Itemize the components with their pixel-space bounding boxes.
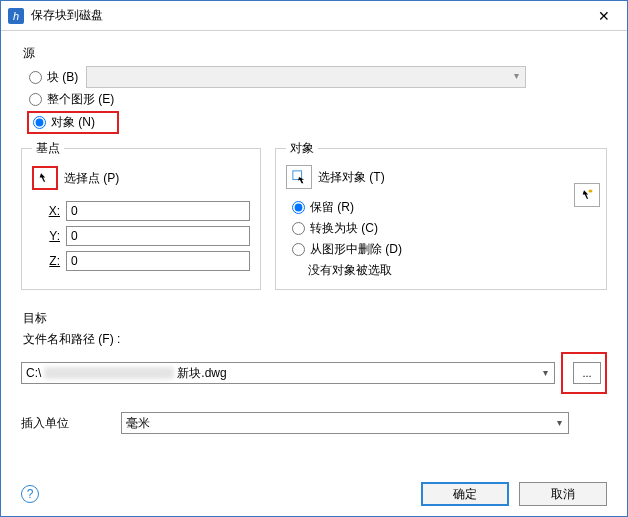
target-label: 目标 (23, 310, 607, 327)
radio-block[interactable] (29, 71, 42, 84)
radio-convert-row[interactable]: 转换为块 (C) (290, 220, 596, 237)
x-row: X: (32, 201, 250, 221)
objects-fieldset: 对象 选择对象 (T) 保留 (R) 转换为块 (C) (275, 140, 607, 290)
browse-highlight: ... (561, 352, 607, 394)
path-suffix: 新块.dwg (177, 365, 226, 382)
pick-point-icon (37, 171, 51, 185)
units-value: 毫米 (126, 416, 150, 430)
target-section: 目标 文件名和路径 (F) : C:\新块.dwg ... 插入单位 毫米 (21, 310, 607, 434)
window-title: 保存块到磁盘 (31, 7, 103, 24)
source-group-label: 源 (23, 45, 607, 62)
radio-delete-row[interactable]: 从图形中删除 (D) (290, 241, 596, 258)
pick-point-button[interactable] (32, 166, 58, 190)
browse-button[interactable]: ... (573, 362, 601, 384)
y-label: Y: (32, 229, 60, 243)
radio-objects[interactable] (33, 116, 46, 129)
radio-retain[interactable] (292, 201, 305, 214)
radio-convert[interactable] (292, 222, 305, 235)
x-label: X: (32, 204, 60, 218)
z-label: Z: (32, 254, 60, 268)
help-button[interactable]: ? (21, 485, 39, 503)
x-input[interactable] (66, 201, 250, 221)
select-objects-label: 选择对象 (T) (318, 169, 385, 186)
units-label: 插入单位 (21, 415, 121, 432)
path-prefix: C:\ (26, 366, 41, 380)
y-row: Y: (32, 226, 250, 246)
radio-retain-row[interactable]: 保留 (R) (290, 199, 596, 216)
close-button[interactable]: ✕ (581, 1, 627, 31)
radio-block-row[interactable]: 块 (B) (27, 66, 607, 88)
radio-convert-label: 转换为块 (C) (310, 220, 378, 237)
radio-whole-label: 整个图形 (E) (47, 91, 114, 108)
pick-point-label: 选择点 (P) (64, 170, 119, 187)
radio-delete[interactable] (292, 243, 305, 256)
y-input[interactable] (66, 226, 250, 246)
dialog-footer: ? 确定 取消 (1, 482, 627, 506)
radio-delete-label: 从图形中删除 (D) (310, 241, 402, 258)
source-group: 块 (B) 整个图形 (E) 对象 (N) (21, 66, 607, 134)
radio-whole-row[interactable]: 整个图形 (E) (27, 91, 607, 108)
ok-button[interactable]: 确定 (421, 482, 509, 506)
basepoint-fieldset: 基点 选择点 (P) X: Y: Z: (21, 140, 261, 290)
path-label: 文件名和路径 (F) : (23, 331, 607, 348)
select-objects-button[interactable] (286, 165, 312, 189)
select-objects-icon (292, 170, 306, 184)
path-combobox[interactable]: C:\新块.dwg (21, 362, 555, 384)
svg-rect-1 (589, 190, 593, 193)
path-blurred (44, 367, 174, 379)
radio-whole-drawing[interactable] (29, 93, 42, 106)
radio-block-label: 块 (B) (47, 69, 78, 86)
radio-retain-label: 保留 (R) (310, 199, 354, 216)
objects-legend: 对象 (286, 140, 318, 157)
z-row: Z: (32, 251, 250, 271)
radio-objects-row[interactable]: 对象 (N) (27, 111, 119, 134)
units-dropdown[interactable]: 毫米 (121, 412, 569, 434)
z-input[interactable] (66, 251, 250, 271)
basepoint-legend: 基点 (32, 140, 64, 157)
quick-select-icon (580, 188, 594, 202)
app-icon: h (8, 8, 24, 24)
objects-status-text: 没有对象被选取 (308, 262, 596, 279)
block-name-dropdown[interactable] (86, 66, 526, 88)
cancel-button[interactable]: 取消 (519, 482, 607, 506)
title-bar: h 保存块到磁盘 ✕ (1, 1, 627, 31)
radio-objects-label: 对象 (N) (51, 114, 95, 131)
quick-select-button[interactable] (574, 183, 600, 207)
